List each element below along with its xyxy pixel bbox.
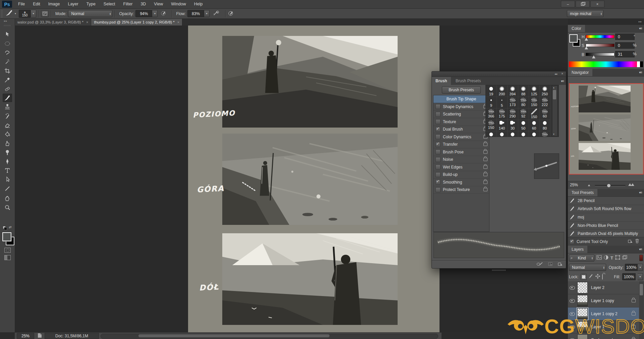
layer-row-layer2[interactable]: Layer 2 <box>568 281 639 294</box>
document-canvas[interactable]: POZIOMO GÓRA DÓŁ <box>188 26 440 332</box>
layer-thumbnail[interactable] <box>577 282 588 293</box>
pressure-size-icon[interactable] <box>228 10 234 17</box>
default-colors-icon[interactable] <box>3 226 7 230</box>
brush-tip-222[interactable]: 222 <box>539 97 550 108</box>
menu-help[interactable]: Help <box>190 0 207 8</box>
layer-fill-field[interactable]: 100% <box>622 273 636 280</box>
flow-dropdown[interactable]: ▾ <box>204 10 210 17</box>
layer-thumbnail[interactable] <box>577 295 588 306</box>
lock-all-icon[interactable] <box>602 275 603 279</box>
color-panel-menu-icon[interactable]: ▾≡ <box>639 27 642 30</box>
tab-brush-presets[interactable]: Brush Presets <box>452 77 484 85</box>
preset-2b-pencil[interactable]: 2B Pencil <box>568 197 644 205</box>
menu-image[interactable]: Image <box>44 0 64 8</box>
hue-field[interactable]: 0 <box>615 34 635 40</box>
checkbox[interactable]: ✓ <box>435 127 441 132</box>
quick-mask-button[interactable] <box>4 248 11 253</box>
saturation-field[interactable]: 0 <box>615 42 635 49</box>
scroll-down-icon[interactable]: ▾ <box>553 133 554 136</box>
checkbox[interactable] <box>435 157 441 162</box>
close-button[interactable]: × <box>590 1 604 7</box>
checkbox[interactable] <box>435 104 441 109</box>
menu-file[interactable]: File <box>14 0 29 8</box>
brush-tip-30[interactable]: 30 <box>507 119 518 131</box>
option-wet-edges[interactable]: Wet Edges <box>433 163 489 171</box>
visibility-eye-icon[interactable] <box>570 299 575 303</box>
menu-window[interactable]: Window <box>167 0 190 8</box>
navigator-panel-menu-icon[interactable]: ▾≡ <box>639 70 642 74</box>
brush-tip-50[interactable]: 50 <box>518 119 529 131</box>
menu-filter[interactable]: Filter <box>119 0 137 8</box>
filter-type-icon[interactable]: T <box>610 255 613 260</box>
menu-type[interactable]: Type <box>82 0 100 8</box>
open-preset-manager-icon[interactable] <box>548 262 553 267</box>
collapse-panel-icon[interactable]: ◂◂ <box>554 72 557 76</box>
option-shape-dynamics[interactable]: Shape Dynamics <box>433 103 489 111</box>
swap-colors-icon[interactable]: ⇄ <box>9 225 11 229</box>
delete-preset-icon[interactable] <box>635 239 639 244</box>
opacity-field[interactable]: 94% <box>135 10 152 17</box>
crop-tool[interactable] <box>3 66 12 75</box>
brush-tip-row5-1[interactable] <box>496 131 508 137</box>
tab-thumbsy[interactable]: thumbsy.psd @ 25% (Layer 1 copy 2, RGB/8… <box>91 19 182 26</box>
option-noise[interactable]: Noise <box>433 156 489 164</box>
checkbox[interactable] <box>435 134 441 139</box>
checkbox[interactable] <box>435 187 441 192</box>
move-tool[interactable] <box>3 30 12 39</box>
layer-opacity-field[interactable]: 100% <box>625 264 638 271</box>
brush-presets-button[interactable]: Brush Presets <box>442 86 481 94</box>
brush-preset-dropdown-arrow[interactable]: ▾ <box>15 12 16 15</box>
angle-indicator[interactable] <box>536 162 557 170</box>
collapse-dock-icon[interactable]: ▸▸ <box>639 20 642 23</box>
mode-select[interactable]: Normal ▴▾ <box>68 10 112 17</box>
type-tool[interactable] <box>3 166 12 175</box>
lock-icon[interactable] <box>483 173 487 176</box>
brush-tip-9[interactable]: 9 <box>486 97 497 108</box>
new-preset-icon[interactable] <box>628 239 633 244</box>
eyedropper-tool[interactable] <box>3 76 12 84</box>
brush-tip-60[interactable]: 60 <box>529 119 540 131</box>
brush-tip-290[interactable]: 290 <box>507 108 518 120</box>
close-tab-icon[interactable]: × <box>86 20 88 24</box>
lock-position-icon[interactable] <box>595 274 600 280</box>
path-selection-tool[interactable] <box>3 175 12 184</box>
brush-tip-173[interactable]: 173 <box>507 97 518 108</box>
brush-size-dropdown[interactable]: ▾ <box>31 10 36 18</box>
panel-menu-icon[interactable]: ▾≡ <box>561 79 564 83</box>
new-brush-icon[interactable] <box>558 262 563 267</box>
brush-grid-scrollbar[interactable]: ▴ ▾ <box>552 86 558 136</box>
brush-size-preview[interactable]: ◆ 150 <box>19 10 31 18</box>
option-scattering[interactable]: Scattering <box>433 111 489 118</box>
zoom-out-icon[interactable] <box>588 184 590 186</box>
panel-drag-grip[interactable] <box>492 270 506 271</box>
checkbox[interactable] <box>435 164 441 170</box>
lock-icon[interactable] <box>483 143 487 146</box>
filter-shape-icon[interactable] <box>615 255 620 261</box>
lock-icon[interactable] <box>483 165 487 169</box>
brush-tip-row5-0[interactable] <box>486 131 497 137</box>
checkbox[interactable] <box>435 172 441 177</box>
brush-tip-150[interactable]: 150 <box>529 108 540 120</box>
saturation-slider-thumb[interactable] <box>585 46 588 49</box>
horizontal-scrollbar[interactable] <box>101 334 438 339</box>
brush-tip-125[interactable]: 125 <box>529 85 540 97</box>
brush-panel-titlebar[interactable]: ◂◂ × <box>432 71 566 77</box>
checkbox[interactable] <box>435 119 441 124</box>
zoom-in-icon[interactable] <box>631 183 634 186</box>
lock-icon[interactable] <box>483 181 487 184</box>
option-transfer[interactable]: ✓Transfer <box>433 141 489 149</box>
option-color-dynamics[interactable]: Color Dynamics <box>433 133 489 141</box>
brush-tip-row5-3[interactable] <box>518 131 529 137</box>
brush-tip-80[interactable]: 80 <box>539 119 550 131</box>
checkbox[interactable] <box>435 149 441 154</box>
option-dual-brush[interactable]: ✓Dual Brush <box>433 126 489 134</box>
hue-slider-thumb[interactable] <box>585 38 588 41</box>
preset-non-photo-blue[interactable]: Non-Photo Blue Pencil <box>568 222 644 230</box>
brush-tip-175[interactable]: 175 <box>496 108 508 120</box>
tab-walor[interactable]: walor.psd @ 33,3% (Layer 3, RGB/8) * × <box>15 19 91 26</box>
navigator-zoom-value[interactable]: 25% <box>570 183 578 187</box>
tools-grip[interactable] <box>4 25 11 26</box>
paint-bucket-tool[interactable] <box>3 130 12 138</box>
brush-tip-250[interactable]: 250 <box>539 85 550 97</box>
options-grip[interactable] <box>1 10 3 17</box>
